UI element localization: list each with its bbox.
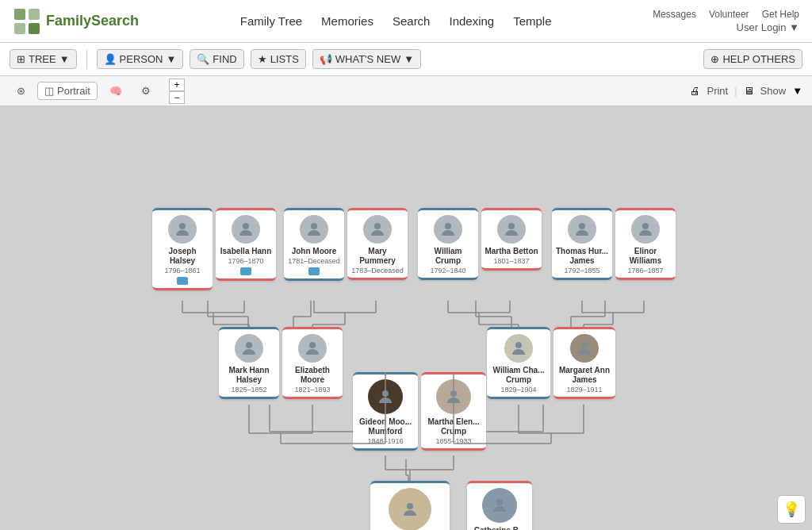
- third-bar-left: ⊛ ◫ Portrait 🧠 ⚙ + −: [10, 79, 185, 104]
- nav-memories[interactable]: Memories: [321, 14, 373, 28]
- isabella-name: Isabella Hann: [220, 247, 271, 256]
- mary-dates: 1783–Deceased: [351, 267, 404, 275]
- svg-point-29: [374, 223, 381, 229]
- svg-point-34: [246, 342, 252, 348]
- elizabeth-moore-card[interactable]: Elizabeth Moore 1821–1893: [282, 327, 343, 399]
- familysearch-logo-icon: [13, 7, 41, 36]
- nav-indexing[interactable]: Indexing: [449, 14, 494, 28]
- volunteer-link[interactable]: Volunteer: [709, 9, 749, 20]
- lightbulb-btn[interactable]: 💡: [777, 495, 806, 524]
- martha-crump-card[interactable]: Martha Elen... Crump 1855–1933: [421, 372, 486, 451]
- john-name: John Moore: [292, 247, 337, 256]
- get-help-link[interactable]: Get Help: [762, 9, 799, 20]
- martha-betton-card[interactable]: Martha Betton 1801–1837: [481, 208, 542, 271]
- settings-icon: ⚙: [141, 85, 151, 97]
- isabella-dates: 1796–1870: [228, 257, 263, 265]
- thomas-james-card[interactable]: Thomas Hur... James 1792–1855: [552, 208, 612, 280]
- settings-view-btn[interactable]: ⚙: [134, 82, 158, 100]
- svg-point-39: [450, 390, 457, 397]
- catherine-neff-card[interactable]: Catherine B... Neff 1885–1972: [467, 481, 532, 530]
- connecting-lines: [0, 106, 812, 530]
- joseph-name: Joseph Halsey: [155, 247, 209, 266]
- mark-halsey-card[interactable]: Mark Hann Halsey 1825–1852: [219, 327, 279, 399]
- john-dates: 1781–Deceased: [288, 257, 340, 265]
- user-login-btn[interactable]: User Login: [737, 21, 787, 33]
- person-chevron: ▼: [166, 53, 176, 65]
- isabella-hann-card[interactable]: Isabella Hann 1796–1870: [216, 208, 276, 281]
- person-dropdown-btn[interactable]: 👤 PERSON ▼: [97, 49, 184, 69]
- margaret-dates: 1829–1911: [566, 386, 602, 394]
- william-crump-name: William Crump: [421, 247, 475, 266]
- gideon-mumford-card[interactable]: Gideon Moo... Mumford 1848–1916: [353, 372, 418, 451]
- show-btn[interactable]: Show: [760, 85, 787, 97]
- connect-icon: ⊛: [17, 85, 25, 97]
- messages-link[interactable]: Messages: [653, 9, 696, 20]
- lists-icon: ★: [258, 53, 267, 65]
- person-icon: 👤: [104, 53, 117, 65]
- zoom-in-btn[interactable]: +: [169, 79, 185, 91]
- find-icon: 🔍: [197, 53, 209, 65]
- william-crump-dates: 1792–1840: [430, 267, 465, 275]
- joseph-avatar: [168, 215, 197, 244]
- third-bar-right: 🖨 Print | 🖥 Show ▼: [690, 85, 802, 97]
- margaret-ann-card[interactable]: Margaret Ann James 1829–1911: [553, 327, 615, 399]
- tree-icon: ⊞: [17, 53, 25, 65]
- nav-temple[interactable]: Temple: [513, 14, 551, 28]
- svg-point-32: [579, 223, 585, 229]
- svg-point-37: [581, 342, 588, 348]
- top-right-links: Messages Volunteer Get Help User Login ▼: [653, 9, 799, 33]
- lists-label: LISTS: [270, 53, 299, 65]
- isabella-record-icon: [240, 267, 251, 275]
- mark-name: Mark Hann Halsey: [222, 366, 276, 385]
- lists-btn[interactable]: ★ LISTS: [251, 49, 306, 69]
- show-chevron: ▼: [792, 85, 802, 97]
- person-label: PERSON: [120, 53, 163, 65]
- william-crump-avatar: [434, 215, 462, 244]
- connect-view-btn[interactable]: ⊛: [10, 82, 33, 100]
- divider-print-show: |: [734, 85, 737, 97]
- william-cha-avatar: [504, 334, 533, 363]
- svg-point-30: [445, 223, 451, 229]
- main-nav: Family Tree Memories Search Indexing Tem…: [240, 14, 552, 28]
- user-login-chevron: ▼: [789, 21, 799, 33]
- find-label: FIND: [213, 53, 236, 65]
- svg-point-40: [407, 503, 413, 509]
- elinor-avatar: [631, 215, 660, 244]
- thomas-avatar: [568, 215, 596, 244]
- portrait-label: Portrait: [57, 85, 90, 97]
- mary-pummery-card[interactable]: Mary Pummery 1783–Deceased: [347, 208, 408, 280]
- help-others-label: HELP OTHERS: [722, 53, 795, 65]
- zoom-out-btn[interactable]: −: [169, 91, 185, 104]
- martha-betton-dates: 1801–1837: [493, 257, 529, 265]
- martha-betton-name: Martha Betton: [485, 247, 538, 256]
- nav-family-tree[interactable]: Family Tree: [240, 14, 302, 28]
- john-moore-card[interactable]: John Moore 1781–Deceased: [284, 208, 344, 281]
- svg-point-38: [382, 390, 389, 397]
- nav-search[interactable]: Search: [393, 14, 431, 28]
- svg-rect-3: [29, 23, 40, 34]
- joseph-halsey-card[interactable]: Joseph Halsey 1796–1861: [152, 208, 213, 290]
- whats-new-label: WHAT'S NEW: [335, 53, 400, 65]
- help-others-btn[interactable]: ⊕ HELP OTHERS: [703, 49, 802, 69]
- brain-view-btn[interactable]: 🧠: [102, 82, 129, 100]
- find-btn[interactable]: 🔍 FIND: [190, 49, 243, 69]
- elinor-williams-card[interactable]: Elinor Williams 1786–1857: [615, 208, 676, 280]
- svg-point-27: [243, 223, 249, 229]
- gideon-avatar: [368, 379, 403, 414]
- elinor-dates: 1786–1857: [627, 267, 663, 275]
- portrait-view-btn[interactable]: ◫ Portrait: [37, 82, 98, 100]
- lightbulb-icon: 💡: [783, 501, 800, 518]
- whats-new-btn[interactable]: 📢 WHAT'S NEW ▼: [312, 49, 421, 69]
- print-icon: 🖨: [690, 85, 700, 97]
- william-crump-card[interactable]: William Crump 1792–1840: [418, 208, 478, 280]
- tree-lines: [0, 106, 812, 530]
- catherine-name: Catherine B... Neff: [470, 526, 529, 530]
- joseph-record-icon: [177, 277, 188, 285]
- victor-mumford-card[interactable]: Victor Emanuel Mumford 1885–1973: [370, 481, 450, 530]
- elizabeth-avatar: [298, 334, 327, 363]
- logo-area[interactable]: FamilySearch: [13, 7, 139, 36]
- elinor-name: Elinor Williams: [619, 247, 672, 266]
- william-cha-crump-card[interactable]: William Cha... Crump 1829–1904: [487, 327, 550, 399]
- print-btn[interactable]: Print: [707, 85, 728, 97]
- tree-dropdown-btn[interactable]: ⊞ TREE ▼: [10, 49, 77, 69]
